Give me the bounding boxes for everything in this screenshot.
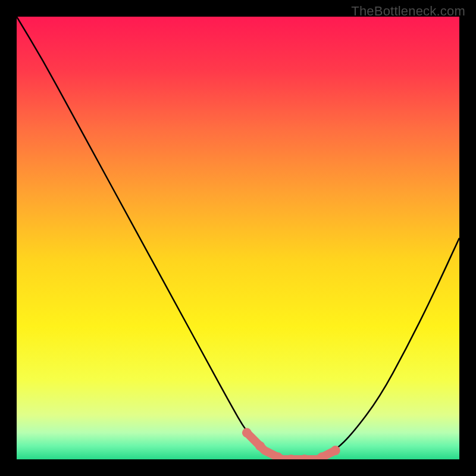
- svg-point-1: [242, 428, 252, 437]
- curve-layer: [17, 17, 459, 459]
- plot-area: [17, 17, 459, 459]
- chart-container: TheBottleneck.com: [0, 0, 476, 476]
- bottleneck-curve: [17, 17, 459, 459]
- svg-point-2: [255, 441, 265, 451]
- highlight-marker: [242, 428, 340, 459]
- svg-point-7: [331, 446, 340, 455]
